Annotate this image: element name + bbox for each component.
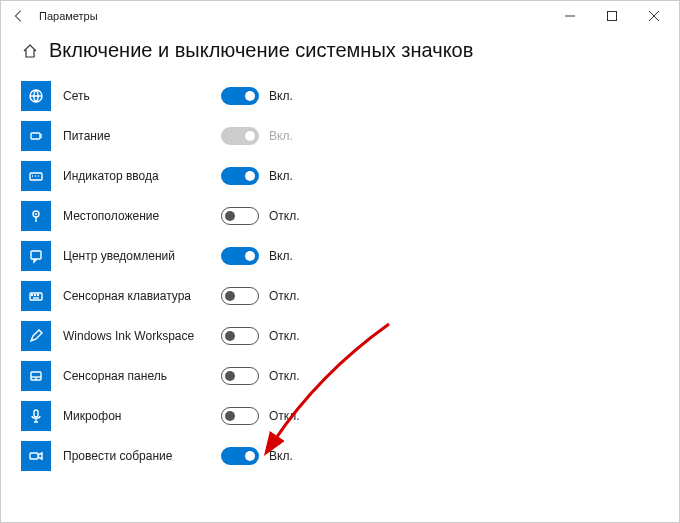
setting-label: Индикатор ввода <box>63 169 213 183</box>
pen-icon <box>21 321 51 351</box>
svg-rect-23 <box>34 410 38 417</box>
minimize-button[interactable] <box>549 2 591 30</box>
page-title: Включение и выключение системных значков <box>49 39 473 62</box>
help-row: Получить помощь <box>1 506 679 523</box>
toggle-ink[interactable] <box>221 327 259 345</box>
setting-label: Сенсорная панель <box>63 369 213 383</box>
toggle-wrap: Вкл. <box>221 87 293 105</box>
setting-label: Windows Ink Workspace <box>63 329 213 343</box>
setting-row-input: Индикатор вводаВкл. <box>21 156 659 196</box>
toggle-wrap: Вкл. <box>221 447 293 465</box>
toggle-state-label: Откл. <box>269 289 300 303</box>
svg-rect-24 <box>30 453 38 459</box>
toggle-state-label: Вкл. <box>269 129 293 143</box>
close-button[interactable] <box>633 2 675 30</box>
toggle-wrap: Откл. <box>221 407 300 425</box>
toggle-wrap: Вкл. <box>221 247 293 265</box>
power-icon <box>21 121 51 151</box>
pin-icon <box>21 201 51 231</box>
toggle-action[interactable] <box>221 247 259 265</box>
toggle-wrap: Откл. <box>221 367 300 385</box>
keyboard-lang-icon <box>21 161 51 191</box>
toggle-wrap: Вкл. <box>221 127 293 145</box>
toggle-wrap: Откл. <box>221 327 300 345</box>
setting-row-power: ПитаниеВкл. <box>21 116 659 156</box>
toggle-location[interactable] <box>221 207 259 225</box>
toggle-state-label: Вкл. <box>269 169 293 183</box>
toggle-state-label: Откл. <box>269 329 300 343</box>
toggle-state-label: Откл. <box>269 409 300 423</box>
toggle-touchkey[interactable] <box>221 287 259 305</box>
globe-icon <box>21 81 51 111</box>
svg-point-17 <box>32 295 33 296</box>
setting-row-network: СетьВкл. <box>21 76 659 116</box>
setting-row-ink: Windows Ink WorkspaceОткл. <box>21 316 659 356</box>
touchpad-icon <box>21 361 51 391</box>
window-title: Параметры <box>39 10 98 22</box>
back-button[interactable] <box>5 2 33 30</box>
settings-list: СетьВкл.ПитаниеВкл.Индикатор вводаВкл.Ме… <box>1 76 679 506</box>
setting-label: Центр уведомлений <box>63 249 213 263</box>
setting-label: Питание <box>63 129 213 143</box>
setting-row-microphone: МикрофонОткл. <box>21 396 659 436</box>
toggle-state-label: Вкл. <box>269 89 293 103</box>
meet-icon <box>21 441 51 471</box>
keyboard-icon <box>21 281 51 311</box>
toggle-wrap: Откл. <box>221 207 300 225</box>
svg-rect-1 <box>608 12 617 21</box>
toggle-input[interactable] <box>221 167 259 185</box>
setting-label: Микрофон <box>63 409 213 423</box>
toggle-state-label: Откл. <box>269 369 300 383</box>
titlebar: Параметры <box>1 1 679 31</box>
toggle-wrap: Откл. <box>221 287 300 305</box>
setting-row-touchpad: Сенсорная панельОткл. <box>21 356 659 396</box>
action-center-icon <box>21 241 51 271</box>
setting-label: Сенсорная клавиатура <box>63 289 213 303</box>
svg-point-18 <box>35 295 36 296</box>
toggle-touchpad[interactable] <box>221 367 259 385</box>
svg-point-13 <box>35 213 37 215</box>
toggle-state-label: Вкл. <box>269 249 293 263</box>
svg-rect-5 <box>31 133 40 139</box>
setting-label: Местоположение <box>63 209 213 223</box>
toggle-state-label: Вкл. <box>269 449 293 463</box>
svg-point-19 <box>38 295 39 296</box>
toggle-network[interactable] <box>221 87 259 105</box>
setting-label: Сеть <box>63 89 213 103</box>
mic-icon <box>21 401 51 431</box>
toggle-microphone[interactable] <box>221 407 259 425</box>
toggle-meetnow[interactable] <box>221 447 259 465</box>
toggle-wrap: Вкл. <box>221 167 293 185</box>
setting-label: Провести собрание <box>63 449 213 463</box>
home-icon[interactable] <box>21 42 39 60</box>
setting-row-touchkey: Сенсорная клавиатураОткл. <box>21 276 659 316</box>
maximize-button[interactable] <box>591 2 633 30</box>
setting-row-location: МестоположениеОткл. <box>21 196 659 236</box>
toggle-power <box>221 127 259 145</box>
svg-rect-14 <box>31 251 41 259</box>
setting-row-action: Центр уведомленийВкл. <box>21 236 659 276</box>
page-header: Включение и выключение системных значков <box>1 31 679 76</box>
toggle-state-label: Откл. <box>269 209 300 223</box>
setting-row-meetnow: Провести собраниеВкл. <box>21 436 659 476</box>
